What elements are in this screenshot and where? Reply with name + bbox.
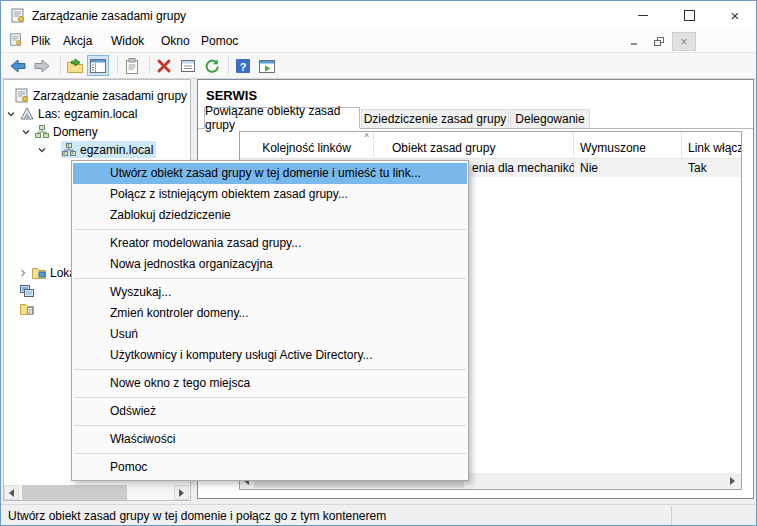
back-button[interactable] (7, 55, 29, 76)
properties-button[interactable] (177, 55, 199, 76)
menu-item-pomoc[interactable]: Pomoc (73, 457, 467, 478)
status-divider (671, 506, 672, 525)
sites-folder-icon (31, 265, 47, 281)
chevron-right-icon[interactable] (18, 268, 28, 278)
mdi-minimize-button[interactable] (622, 32, 646, 51)
menu-okno[interactable]: Okno (159, 33, 192, 50)
tree-item-root[interactable]: Zarządzanie zasadami grupy (4, 87, 198, 104)
help-icon: ? (234, 57, 252, 75)
page-title: SERWIS (206, 88, 257, 103)
menu-separator (74, 425, 466, 426)
menu-item-zablokuj[interactable]: Zablokuj dziedziczenie (73, 205, 467, 226)
tree-item-label: Domeny (53, 125, 98, 139)
mdi-restore-button[interactable] (647, 32, 671, 51)
close-button[interactable]: × (712, 1, 757, 29)
context-menu: Utwórz obiekt zasad grupy w tej domenie … (71, 160, 469, 481)
mdi-close-icon: × (680, 36, 687, 48)
forest-icon (19, 106, 35, 122)
window-title: Zarządzanie zasadami grupy (32, 9, 186, 23)
new-window-icon (258, 57, 276, 75)
menu-item-uzytkownicy-ad[interactable]: Użytkownicy i komputery usługi Active Di… (73, 345, 467, 366)
menu-akcja[interactable]: Akcja (61, 33, 94, 50)
domain-icon (61, 142, 77, 158)
properties-icon (179, 57, 197, 75)
tree-item-label: egzamin.local (80, 143, 153, 157)
maximize-icon (684, 10, 695, 21)
scroll-left-button[interactable] (4, 485, 19, 500)
delete-icon (155, 57, 173, 75)
menu-item-usun[interactable]: Usuń (73, 324, 467, 345)
results-folder-icon (19, 301, 35, 317)
title-bar: Zarządzanie zasadami grupy × (1, 1, 756, 30)
minimize-icon (638, 15, 648, 16)
toolbar-separator (117, 56, 118, 74)
toolbar (1, 53, 756, 79)
scroll-right-icon (730, 477, 735, 485)
console-tree-button[interactable] (87, 55, 109, 76)
close-icon: × (731, 8, 740, 23)
domains-icon (34, 124, 50, 140)
menu-pomoc[interactable]: Pomoc (199, 33, 240, 50)
toolbar-separator (228, 56, 229, 74)
tree-item-domeny[interactable]: Domeny (4, 123, 205, 140)
tree-selection-highlight: egzamin.local (61, 141, 156, 158)
up-level-icon (66, 57, 84, 75)
column-header-wymuszone[interactable]: Wymuszone (574, 132, 682, 158)
minimize-button[interactable] (620, 1, 666, 29)
gpmc-window: Zarządzanie zasadami grupy × Plik Akcja … (0, 0, 757, 526)
menu-item-wyszukaj[interactable]: Wyszukaj... (73, 282, 467, 303)
tree-item-forest[interactable]: Las: egzamin.local (4, 105, 190, 122)
chevron-down-icon[interactable] (37, 145, 47, 155)
delete-button[interactable] (153, 55, 175, 76)
scrollbar-thumb[interactable] (22, 485, 127, 500)
scroll-left-icon (9, 489, 14, 497)
gpmc-icon (10, 8, 26, 24)
gpmc-icon (14, 88, 30, 104)
console-tree-icon (89, 57, 107, 75)
up-level-button[interactable] (64, 55, 86, 76)
forward-icon (33, 57, 51, 75)
menu-item-wlasciwosci[interactable]: Właściwości (73, 429, 467, 450)
tab-delegowanie[interactable]: Delegowanie (510, 109, 590, 129)
menu-item-nowa-jednostka[interactable]: Nowa jednostka organizacyjna (73, 254, 467, 275)
scroll-right-button[interactable] (174, 485, 189, 500)
column-header-obiekt[interactable]: Obiekt zasad grupy (374, 132, 574, 158)
cell-wymuszone: Nie (574, 161, 682, 175)
menu-item-odswiez[interactable]: Odśwież (73, 401, 467, 422)
cell-link-wlaczony: Tak (682, 161, 741, 175)
column-header-kolejnosc[interactable]: ^ Kolejność linków (240, 132, 374, 158)
toolbar-separator (149, 56, 150, 74)
menu-separator (74, 278, 466, 279)
new-window-button[interactable] (256, 55, 278, 76)
forward-button[interactable] (31, 55, 53, 76)
menu-item-nowe-okno[interactable]: Nowe okno z tego miejsca (73, 373, 467, 394)
clipboard-icon (123, 57, 141, 75)
tree-item-egzamin-local[interactable]: egzamin.local (4, 141, 221, 158)
menu-plik[interactable]: Plik (29, 33, 52, 50)
menu-separator (74, 229, 466, 230)
tree-horizontal-scrollbar[interactable] (4, 485, 189, 500)
tree-item-label: Las: egzamin.local (38, 107, 137, 121)
menu-item-polacz-istniejacy[interactable]: Połącz z istniejącym obiektem zasad grup… (73, 184, 467, 205)
tab-powiazane-obiekty[interactable]: Powiązane obiekty zasad grupy (204, 107, 360, 129)
tree-item-label: Zarządzanie zasadami grupy (33, 89, 187, 103)
back-icon (9, 57, 27, 75)
clipboard-button[interactable] (121, 55, 143, 76)
refresh-button[interactable] (201, 55, 223, 76)
maximize-button[interactable] (666, 1, 712, 29)
chevron-down-icon[interactable] (6, 109, 16, 119)
modeling-icon (19, 283, 35, 299)
scroll-right-icon (179, 489, 184, 497)
mdi-restore-icon (653, 36, 665, 48)
menu-item-zmien-kontroler[interactable]: Zmień kontroler domeny... (73, 303, 467, 324)
column-header-link[interactable]: Link włączony (682, 132, 741, 158)
menu-item-kreator-modelowania[interactable]: Kreator modelowania zasad grupy... (73, 233, 467, 254)
help-button[interactable]: ? (232, 55, 254, 76)
menu-item-utworz-gpo-link[interactable]: Utwórz obiekt zasad grupy w tej domenie … (73, 163, 467, 184)
mdi-child-icon (9, 33, 23, 47)
svg-text:?: ? (240, 60, 247, 72)
chevron-down-icon[interactable] (21, 127, 31, 137)
menu-widok[interactable]: Widok (109, 33, 146, 50)
tab-dziedziczenie[interactable]: Dziedziczenie zasad grupy (361, 109, 509, 129)
mdi-close-button[interactable]: × (672, 32, 696, 51)
